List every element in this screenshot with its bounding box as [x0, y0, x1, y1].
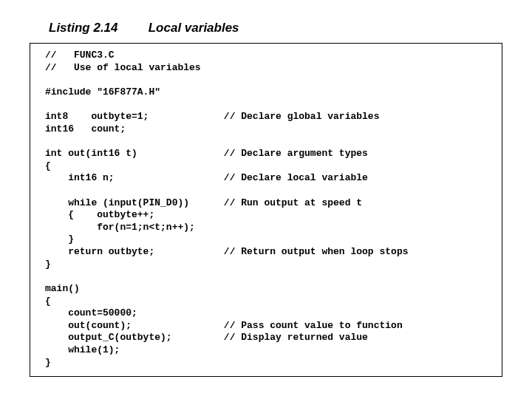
- listing-heading: Listing 2.14 Local variables: [49, 21, 502, 35]
- code-listing: // FUNC3.C // Use of local variables #in…: [30, 43, 502, 377]
- listing-page: Listing 2.14 Local variables // FUNC3.C …: [0, 0, 532, 377]
- listing-number: Listing 2.14: [49, 21, 145, 35]
- listing-title: Local variables: [149, 21, 239, 35]
